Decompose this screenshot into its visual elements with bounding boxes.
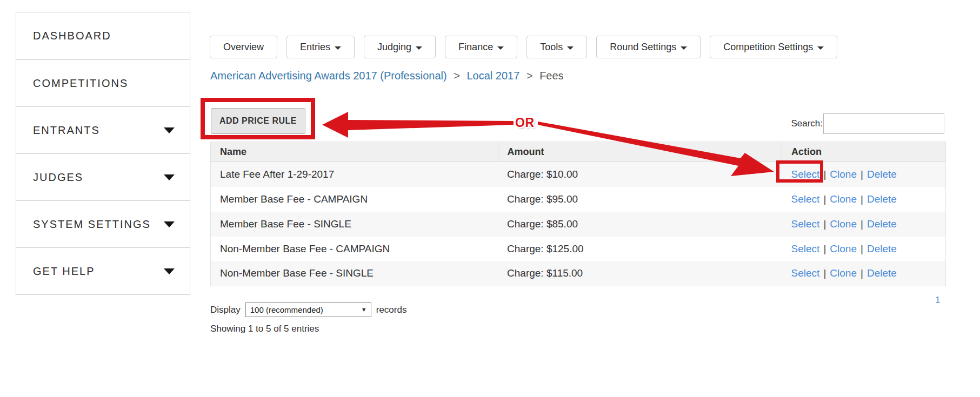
fee-actions-cell: Select|Clone|Delete: [782, 212, 946, 237]
records-label: records: [376, 305, 407, 315]
sidebar-item-dashboard[interactable]: DASHBOARD: [16, 12, 190, 59]
nav-button-finance[interactable]: Finance: [445, 36, 517, 58]
nav-button-tools[interactable]: Tools: [526, 36, 587, 58]
action-separator: |: [861, 243, 863, 254]
clone-link[interactable]: Clone: [830, 169, 857, 180]
sidebar-item-label: GET HELP: [33, 265, 95, 278]
table-row: Member Base Fee - CAMPAIGN Charge: $95.0…: [211, 187, 946, 212]
fees-admin-page: DASHBOARD COMPETITIONS ENTRANTS JUDGES S…: [0, 0, 980, 397]
action-separator: |: [861, 193, 863, 205]
table-header-row: Name Amount Action: [211, 142, 946, 162]
nav-button-label: Overview: [223, 42, 264, 53]
caret-down-icon: [335, 46, 341, 50]
fee-name-cell: Member Base Fee - SINGLE: [211, 212, 498, 237]
select-link[interactable]: Select: [791, 267, 820, 279]
action-separator: |: [823, 267, 826, 279]
table-row: Member Base Fee - SINGLE Charge: $85.00 …: [211, 212, 946, 237]
nav-button-label: Round Settings: [610, 42, 676, 53]
delete-link[interactable]: Delete: [867, 267, 897, 279]
sidebar-item-system-settings[interactable]: SYSTEM SETTINGS: [16, 200, 190, 247]
table-row: Non-Member Base Fee - CAMPAIGN Charge: $…: [211, 237, 946, 261]
action-separator: |: [861, 169, 863, 180]
nav-button-label: Competition Settings: [723, 42, 813, 53]
sidebar-item-get-help[interactable]: GET HELP: [16, 247, 190, 294]
annotation-highlight-box-select: [776, 160, 823, 183]
delete-link[interactable]: Delete: [867, 169, 897, 180]
sidebar-item-judges[interactable]: JUDGES: [16, 153, 190, 200]
caret-down-icon: [497, 46, 504, 50]
caret-down-icon: ▼: [361, 306, 367, 313]
caret-down-icon: [416, 46, 422, 50]
sidebar-item-label: DASHBOARD: [33, 30, 111, 42]
breadcrumb: American Advertising Awards 2017 (Profes…: [210, 70, 564, 82]
column-header-amount[interactable]: Amount: [498, 142, 782, 162]
caret-down-icon: [681, 46, 687, 50]
search-label: Search:: [791, 118, 823, 129]
pagination-page-1[interactable]: 1: [935, 295, 940, 306]
nav-button-label: Tools: [540, 42, 563, 53]
fee-actions-cell: Select|Clone|Delete: [782, 261, 946, 286]
breadcrumb-separator: >: [526, 70, 533, 82]
fee-actions-cell: Select|Clone|Delete: [782, 187, 946, 212]
fee-name-cell: Member Base Fee - CAMPAIGN: [211, 187, 498, 212]
breadcrumb-current-fees: Fees: [539, 70, 563, 82]
fee-name-cell: Non-Member Base Fee - CAMPAIGN: [211, 237, 498, 261]
clone-link[interactable]: Clone: [830, 243, 857, 254]
fee-name-cell: Non-Member Base Fee - SINGLE: [211, 261, 498, 286]
nav-button-label: Finance: [458, 42, 493, 53]
clone-link[interactable]: Clone: [830, 193, 857, 205]
caret-down-icon: [164, 127, 175, 133]
annotation-arrow-left-icon: [322, 112, 514, 138]
search-area: Search:: [746, 113, 944, 134]
nav-button-overview[interactable]: Overview: [210, 36, 277, 58]
display-records-select[interactable]: 100 (recommended) ▼: [245, 302, 371, 317]
delete-link[interactable]: Delete: [867, 243, 897, 254]
column-header-action[interactable]: Action: [782, 142, 946, 162]
action-separator: |: [861, 267, 863, 279]
price-rules-table: Name Amount Action Late Fee After 1-29-2…: [210, 142, 946, 286]
sidebar-item-label: SYSTEM SETTINGS: [33, 218, 151, 231]
action-separator: |: [823, 218, 826, 230]
display-records-control: Display 100 (recommended) ▼ records: [210, 302, 406, 317]
caret-down-icon: [164, 221, 175, 227]
clone-link[interactable]: Clone: [830, 267, 857, 279]
breadcrumb-link-competition[interactable]: American Advertising Awards 2017 (Profes…: [210, 70, 447, 82]
action-separator: |: [823, 243, 826, 254]
delete-link[interactable]: Delete: [867, 193, 897, 205]
nav-button-competition-settings[interactable]: Competition Settings: [710, 36, 837, 58]
nav-button-round-settings[interactable]: Round Settings: [596, 36, 701, 58]
fee-amount-cell: Charge: $95.00: [498, 187, 782, 212]
sidebar-item-label: ENTRANTS: [33, 124, 100, 137]
caret-down-icon: [164, 268, 175, 274]
table-row: Late Fee After 1-29-2017 Charge: $10.00 …: [211, 162, 946, 187]
delete-link[interactable]: Delete: [867, 218, 897, 230]
display-label: Display: [210, 305, 241, 315]
nav-button-entries[interactable]: Entries: [286, 36, 355, 58]
table-row: Non-Member Base Fee - SINGLE Charge: $11…: [211, 261, 946, 286]
search-input[interactable]: [823, 113, 944, 134]
clone-link[interactable]: Clone: [830, 218, 857, 230]
fee-actions-cell: Select|Clone|Delete: [782, 237, 946, 261]
select-link[interactable]: Select: [791, 193, 820, 205]
column-header-name[interactable]: Name: [211, 142, 498, 162]
action-separator: |: [823, 193, 826, 205]
fee-amount-cell: Charge: $85.00: [498, 212, 782, 237]
fee-amount-cell: Charge: $125.00: [498, 237, 782, 261]
breadcrumb-link-round[interactable]: Local 2017: [466, 70, 519, 82]
action-separator: |: [861, 218, 863, 230]
select-link[interactable]: Select: [791, 243, 820, 254]
action-separator: |: [823, 169, 826, 180]
sidebar-item-label: COMPETITIONS: [33, 77, 128, 90]
sidebar-item-entrants[interactable]: ENTRANTS: [16, 106, 190, 153]
fee-amount-cell: Charge: $115.00: [498, 261, 782, 286]
nav-button-label: Entries: [300, 42, 330, 53]
breadcrumb-separator: >: [454, 70, 460, 82]
caret-down-icon: [164, 174, 175, 180]
nav-button-label: Judging: [377, 42, 411, 53]
caret-down-icon: [567, 46, 574, 50]
nav-button-judging[interactable]: Judging: [364, 36, 436, 58]
sidebar-item-competitions[interactable]: COMPETITIONS: [16, 59, 190, 106]
select-link[interactable]: Select: [791, 218, 820, 230]
sidebar: DASHBOARD COMPETITIONS ENTRANTS JUDGES S…: [16, 12, 190, 295]
sidebar-item-label: JUDGES: [33, 171, 83, 184]
